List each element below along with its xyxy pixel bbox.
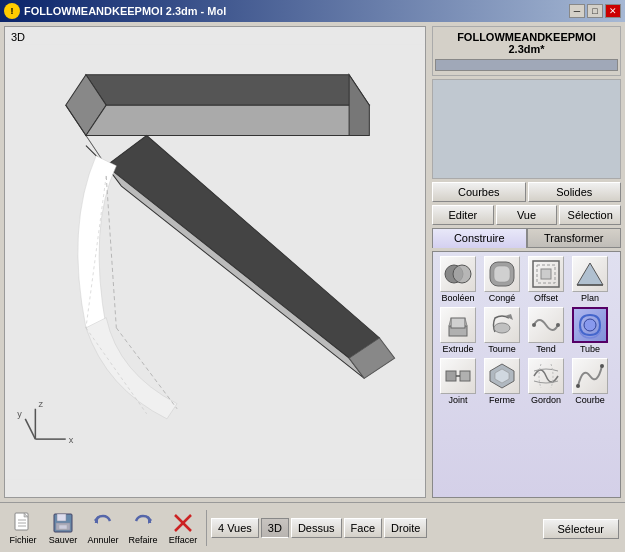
svg-rect-26: [541, 269, 551, 279]
tool-row-2: Joint Ferme: [437, 358, 616, 405]
tool-extrude[interactable]: Extrude: [437, 307, 479, 354]
tube-icon: [572, 307, 608, 343]
svg-point-43: [600, 364, 604, 368]
ferme-label: Ferme: [489, 395, 515, 405]
courbe-icon: [572, 358, 608, 394]
courbes-solides-row: Courbes Solides: [432, 182, 621, 202]
maximize-button[interactable]: □: [587, 4, 603, 18]
sauver-button[interactable]: Sauver: [44, 506, 82, 550]
tourne-icon: [484, 307, 520, 343]
model-name-line1: FOLLOWMEANDKEEPMOI: [435, 31, 618, 43]
tool-gordon[interactable]: Gordon: [525, 358, 567, 405]
tool-tend[interactable]: Tend: [525, 307, 567, 354]
svg-rect-30: [451, 318, 465, 328]
effacer-button[interactable]: Effacer: [164, 506, 202, 550]
refaire-icon: [131, 511, 155, 535]
booleen-icon: [440, 256, 476, 292]
svg-text:y: y: [17, 409, 22, 419]
tool-offset[interactable]: Offset: [525, 256, 567, 303]
svg-point-34: [532, 323, 536, 327]
tab-construire[interactable]: Construire: [432, 228, 527, 248]
tool-tube[interactable]: Tube: [569, 307, 611, 354]
right-panel: FOLLOWMEANDKEEPMOI 2.3dm* Courbes Solide…: [430, 22, 625, 502]
svg-marker-1: [86, 75, 369, 105]
scene-svg: x y z: [5, 27, 425, 497]
window-controls: ─ □ ✕: [569, 4, 621, 18]
tool-plan[interactable]: Plan: [569, 256, 611, 303]
joint-label: Joint: [448, 395, 467, 405]
annuler-icon: [91, 511, 115, 535]
fichier-button[interactable]: Fichier: [4, 506, 42, 550]
offset-label: Offset: [534, 293, 558, 303]
conge-icon: [484, 256, 520, 292]
svg-point-42: [576, 384, 580, 388]
svg-marker-27: [577, 263, 603, 285]
editer-button[interactable]: Editer: [432, 205, 494, 225]
selection-button[interactable]: Sélection: [559, 205, 621, 225]
view-3d-button[interactable]: 3D: [261, 518, 289, 538]
editer-vue-selection-row: Editer Vue Sélection: [432, 205, 621, 225]
view-4vues-button[interactable]: 4 Vues: [211, 518, 259, 538]
svg-rect-50: [57, 514, 66, 521]
svg-marker-3: [86, 105, 369, 135]
offset-icon: [528, 256, 564, 292]
svg-rect-37: [446, 371, 456, 381]
svg-rect-38: [460, 371, 470, 381]
plan-icon: [572, 256, 608, 292]
tend-icon: [528, 307, 564, 343]
gordon-label: Gordon: [531, 395, 561, 405]
courbes-button[interactable]: Courbes: [432, 182, 526, 202]
tourne-label: Tourne: [488, 344, 516, 354]
effacer-label: Effacer: [169, 535, 197, 545]
joint-icon: [440, 358, 476, 394]
window-title: FOLLOWMEANDKEEPMOI 2.3dm - Mol: [24, 5, 565, 17]
construire-transformer-tabs: Construire Transformer: [432, 228, 621, 248]
selecteur-button[interactable]: Sélecteur: [543, 519, 619, 539]
annuler-label: Annuler: [87, 535, 118, 545]
main-area: 3D: [0, 22, 625, 502]
svg-point-21: [453, 265, 471, 283]
extrude-icon: [440, 307, 476, 343]
refaire-label: Refaire: [128, 535, 157, 545]
right-preview: [432, 79, 621, 179]
tool-conge[interactable]: Congé: [481, 256, 523, 303]
plan-label: Plan: [581, 293, 599, 303]
svg-rect-52: [59, 525, 67, 529]
close-button[interactable]: ✕: [605, 4, 621, 18]
model-name-line2: 2.3dm*: [435, 43, 618, 55]
view-face-button[interactable]: Face: [344, 518, 382, 538]
fichier-icon: [11, 511, 35, 535]
view-dessus-button[interactable]: Dessus: [291, 518, 342, 538]
app-icon: !: [4, 3, 20, 19]
tool-tourne[interactable]: Tourne: [481, 307, 523, 354]
tube-label: Tube: [580, 344, 600, 354]
tool-booleen[interactable]: Booléen: [437, 256, 479, 303]
vue-button[interactable]: Vue: [496, 205, 558, 225]
refaire-button[interactable]: Refaire: [124, 506, 162, 550]
name-bar: [435, 59, 618, 71]
booleen-label: Booléen: [441, 293, 474, 303]
tab-transformer[interactable]: Transformer: [527, 228, 622, 248]
extrude-label: Extrude: [442, 344, 473, 354]
svg-rect-23: [494, 266, 510, 282]
effacer-icon: [171, 511, 195, 535]
conge-label: Congé: [489, 293, 516, 303]
titlebar: ! FOLLOWMEANDKEEPMOI 2.3dm - Mol ─ □ ✕: [0, 0, 625, 22]
tool-row-0: Booléen Congé: [437, 256, 616, 303]
toolbar-separator: [206, 510, 207, 546]
viewport-label: 3D: [11, 31, 25, 43]
minimize-button[interactable]: ─: [569, 4, 585, 18]
solides-button[interactable]: Solides: [528, 182, 622, 202]
model-name-panel: FOLLOWMEANDKEEPMOI 2.3dm*: [432, 26, 621, 76]
svg-point-36: [584, 319, 596, 331]
fichier-label: Fichier: [9, 535, 36, 545]
tool-courbe[interactable]: Courbe: [569, 358, 611, 405]
svg-point-33: [494, 323, 510, 333]
tool-joint[interactable]: Joint: [437, 358, 479, 405]
bottom-toolbar: Fichier Sauver Annuler: [0, 502, 625, 552]
3d-viewport[interactable]: 3D: [4, 26, 426, 498]
view-droite-button[interactable]: Droite: [384, 518, 427, 538]
tool-grid: Booléen Congé: [432, 251, 621, 498]
annuler-button[interactable]: Annuler: [84, 506, 122, 550]
tool-ferme[interactable]: Ferme: [481, 358, 523, 405]
